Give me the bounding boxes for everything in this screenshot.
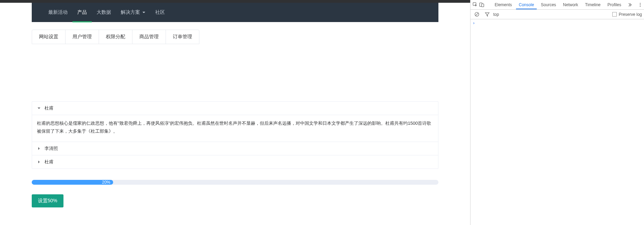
devtools-tab-profiles[interactable]: Profiles	[604, 0, 625, 9]
tab-user-mgmt[interactable]: 用户管理	[66, 30, 99, 44]
primary-nav: 最新活动 产品 大数据 解决方案 社区	[32, 3, 438, 22]
collapse-item: 杜甫	[32, 155, 438, 168]
kebab-menu-icon[interactable]	[638, 1, 643, 9]
window-topstrip	[0, 0, 470, 3]
filter-icon[interactable]	[483, 10, 491, 19]
tab-site-settings[interactable]: 网站设置	[32, 30, 66, 44]
collapse-item: 杜甫 杜甫的思想核心是儒家的仁政思想，他有"致君尧舜上，再使风俗淳"的宏伟抱负。…	[32, 102, 438, 142]
nav-label: 解决方案	[121, 9, 140, 16]
nav-label: 大数据	[97, 9, 111, 16]
devtools-tab-elements[interactable]: Elements	[491, 0, 515, 9]
devtools-tabs: Elements Console Sources Network Timelin…	[491, 0, 625, 9]
inspect-icon[interactable]	[473, 1, 478, 9]
progress-inner: 20%	[32, 180, 113, 185]
collapse-header[interactable]: 杜甫	[32, 102, 438, 115]
collapse-body: 杜甫的思想核心是儒家的仁政思想，他有"致君尧舜上，再使风俗淳"的宏伟抱负。杜甫虽…	[32, 115, 438, 142]
collapse-header[interactable]: 李清照	[32, 142, 438, 155]
console-body[interactable]: ›	[470, 19, 644, 225]
chevron-right-icon	[37, 160, 41, 164]
devtools-tab-console[interactable]: Console	[515, 0, 537, 9]
more-tabs-icon[interactable]	[627, 1, 632, 9]
devtools-panel: Elements Console Sources Network Timelin…	[470, 0, 644, 225]
devtools-toolbar: Elements Console Sources Network Timelin…	[470, 0, 644, 10]
devtools-tab-sources[interactable]: Sources	[537, 0, 559, 9]
progress-text: 20%	[102, 180, 110, 185]
nav-item-product[interactable]: 产品	[72, 3, 92, 22]
collapse-item: 李清照	[32, 142, 438, 155]
collapse-title: 杜甫	[44, 105, 53, 111]
chevron-right-icon	[37, 146, 41, 151]
context-selector[interactable]: top	[493, 12, 501, 17]
devtools-tab-timeline[interactable]: Timeline	[582, 0, 604, 9]
svg-point-3	[640, 3, 641, 3]
nav-item-latest[interactable]: 最新活动	[43, 3, 72, 22]
console-toolbar: top Preserve log	[470, 10, 644, 19]
clear-console-icon[interactable]	[473, 10, 481, 19]
page-main: 最新活动 产品 大数据 解决方案 社区 网站设置 用户管理 权限分配 商品管理 …	[0, 0, 470, 225]
device-toggle-icon[interactable]	[479, 1, 484, 9]
nav-item-bigdata[interactable]: 大数据	[92, 3, 116, 22]
svg-rect-2	[482, 4, 484, 7]
progress-bar: 20%	[32, 180, 438, 185]
tab-perm[interactable]: 权限分配	[99, 30, 132, 44]
set-50-button[interactable]: 设置50%	[32, 194, 63, 207]
collapse-title: 杜甫	[44, 159, 53, 165]
nav-item-solutions[interactable]: 解决方案	[116, 3, 150, 22]
collapse: 杜甫 杜甫的思想核心是儒家的仁政思想，他有"致君尧舜上，再使风俗淳"的宏伟抱负。…	[32, 101, 438, 169]
preserve-log-label: Preserve log	[619, 12, 642, 17]
nav-label: 最新活动	[48, 9, 68, 16]
button-label: 设置50%	[38, 198, 57, 204]
tab-label: 权限分配	[106, 34, 125, 40]
svg-line-7	[475, 13, 478, 16]
preserve-log-checkbox[interactable]	[612, 12, 617, 17]
chevron-down-icon	[142, 10, 146, 15]
nav-label: 产品	[77, 9, 87, 16]
svg-point-4	[640, 4, 641, 5]
svg-point-5	[640, 6, 641, 7]
nav-item-community[interactable]: 社区	[150, 3, 170, 22]
tab-label: 网站设置	[39, 34, 58, 40]
tab-label: 用户管理	[72, 34, 92, 40]
tab-label: 商品管理	[139, 34, 159, 40]
collapse-header[interactable]: 杜甫	[32, 155, 438, 168]
tab-label: 订单管理	[173, 34, 192, 40]
devtools-tab-network[interactable]: Network	[559, 0, 582, 9]
tab-order-mgmt[interactable]: 订单管理	[166, 30, 199, 44]
context-label: top	[493, 12, 499, 17]
tabs-card: 网站设置 用户管理 权限分配 商品管理 订单管理	[32, 30, 199, 44]
collapse-title: 李清照	[44, 145, 58, 152]
chevron-down-icon	[37, 106, 41, 110]
tab-product-mgmt[interactable]: 商品管理	[132, 30, 166, 44]
nav-label: 社区	[155, 9, 165, 16]
console-prompt-icon: ›	[473, 21, 475, 25]
